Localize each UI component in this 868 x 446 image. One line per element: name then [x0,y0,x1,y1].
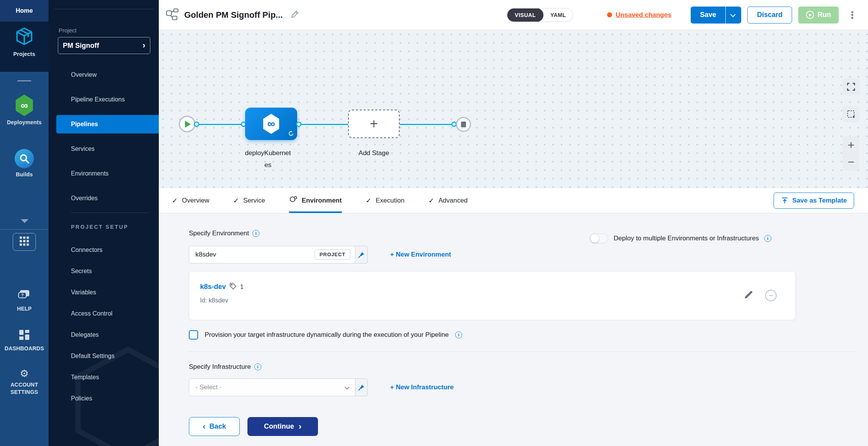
pin-infrastructure-button[interactable] [355,378,368,396]
project-selector[interactable]: PM Signoff › [58,37,150,54]
sidebar-item-access-control[interactable]: Access Control [49,304,159,323]
pipeline-graph-icon [166,8,179,22]
fullscreen-button[interactable] [843,78,860,95]
sidebar-item-services[interactable]: Services [49,140,159,158]
upload-icon [781,197,789,204]
remove-environment-button[interactable]: − [765,290,777,301]
unsaved-label: Unsaved changes [616,11,671,19]
add-stage-button[interactable]: + [348,110,400,138]
project-setup-heading: PROJECT SETUP [71,224,128,230]
play-circle-icon [806,11,814,19]
nav-projects[interactable]: Projects [0,22,49,72]
sidebar-item-pipeline-executions[interactable]: Pipeline Executions [49,90,159,109]
grid-icon [19,236,29,248]
sidebar-item-environments[interactable]: Environments [49,164,159,183]
marquee-icon [847,110,855,118]
edit-title-pencil-icon[interactable] [290,10,299,20]
nav-account-settings[interactable]: ⚙ ACCOUNT SETTINGS [0,368,49,396]
tab-service[interactable]: ✓ Service [233,188,265,213]
chevron-right-icon: › [299,423,301,430]
new-infrastructure-link[interactable]: + New Infrastructure [390,383,454,391]
tab-advanced[interactable]: ✓ Advanced [428,188,468,213]
sidebar-item-overrides[interactable]: Overrides [49,189,159,208]
select-region-button[interactable] [843,106,860,123]
new-environment-link[interactable]: + New Environment [390,251,451,258]
nav-deployments[interactable]: ∞ Deployments [0,95,49,126]
section-divider [189,351,856,352]
environment-name-link[interactable]: k8s-dev [200,283,226,291]
pipeline-start-node[interactable] [179,116,195,132]
rail-divider-dash [17,80,31,81]
environment-input[interactable]: k8sdev PROJECT [189,246,355,264]
back-button[interactable]: ‹ Back [189,417,240,436]
nav-home[interactable]: Home [0,0,49,22]
zoom-in-button[interactable]: + [843,137,860,154]
sidebar-item-overview[interactable]: Overview [49,66,159,84]
edge-stage-to-addstage [298,124,349,125]
multi-deploy-toggle-row: Deploy to multiple Environments or Infra… [590,233,771,243]
save-options-button[interactable] [726,7,741,24]
specify-infrastructure-label: Specify Infrastructure [189,363,251,371]
info-icon[interactable]: i [254,363,261,370]
provision-checkbox[interactable] [189,330,198,340]
check-icon: ✓ [428,196,434,205]
pin-environment-button[interactable] [355,246,368,264]
nav-dashboards[interactable]: DASHBOARDS [0,329,49,352]
sidebar-item-secrets[interactable]: Secrets [49,262,159,280]
provision-checkbox-row: Provision your target infrastructure dyn… [189,330,462,340]
run-button[interactable]: Run [798,7,839,24]
infrastructure-select[interactable]: - Select - [189,378,355,396]
module-selector-button[interactable] [13,233,36,251]
rail-collapse-caret-icon[interactable] [21,219,29,223]
sidebar-item-variables[interactable]: Variables [49,283,159,302]
nav-builds[interactable]: Builds [0,149,49,178]
discard-button[interactable]: Discard [747,7,792,24]
tab-environment[interactable]: Environment [289,188,342,213]
scope-badge: PROJECT [315,249,350,260]
check-icon: ✓ [172,196,178,205]
more-options-kebab-icon[interactable]: ⋮ [847,11,857,19]
visual-yaml-toggle[interactable]: VISUAL YAML [507,8,574,22]
rail-divider [0,229,49,230]
home-label: Home [16,7,33,14]
zoom-out-button[interactable]: − [843,154,860,171]
tab-overview[interactable]: ✓ Overview [172,188,209,213]
save-split-button[interactable]: Save [691,7,741,24]
toggle-yaml[interactable]: YAML [543,12,573,18]
chevron-left-icon: ‹ [203,423,205,430]
toggle-visual[interactable]: VISUAL [507,8,543,22]
save-as-template-button[interactable]: Save as Template [774,193,854,209]
stage-config-tabbar: ✓ Overview ✓ Service Environment ✓ Execu… [159,188,868,213]
tab-execution[interactable]: ✓ Execution [366,188,405,213]
stage-name-label: deployKubernetes [229,147,306,171]
connector-dot [296,122,301,127]
continue-button[interactable]: Continue › [247,417,318,436]
gear-icon: ⚙ [20,368,29,378]
info-icon[interactable]: i [252,230,259,237]
environment-id: Id: k8sdev [200,297,228,304]
sidebar-item-delegates[interactable]: Delegates [49,326,159,344]
stop-icon [461,122,466,127]
deployments-label: Deployments [7,119,42,126]
pipeline-canvas[interactable]: ∞ + deployKubernetes Add Stage [159,30,868,188]
minus-icon: − [769,292,773,300]
check-icon: ✓ [366,196,372,205]
dashboards-icon [19,329,30,342]
module-rail: Home Projects ∞ Deployments [0,0,49,446]
cd-stage-icon: ∞ [262,114,281,134]
stage-node-deploykubernetes[interactable]: ∞ [245,108,297,140]
multi-deploy-toggle[interactable] [590,233,608,243]
save-button[interactable]: Save [691,7,725,24]
nav-help[interactable]: ? HELP [0,289,49,312]
provision-label: Provision your target infrastructure dyn… [205,331,449,339]
sidebar-item-connectors[interactable]: Connectors [49,241,159,259]
info-icon[interactable]: i [455,331,462,338]
toggle-knob [590,234,599,243]
environment-input-group: k8sdev PROJECT + New Environment [189,246,451,264]
edit-environment-pencil-icon[interactable] [744,290,754,301]
info-icon[interactable]: i [764,235,771,242]
sidebar-item-pipelines[interactable]: Pipelines [56,115,159,133]
zoom-controls: + − [843,136,860,171]
pipeline-end-node[interactable] [456,117,471,132]
unsaved-changes[interactable]: Unsaved changes [607,11,671,19]
